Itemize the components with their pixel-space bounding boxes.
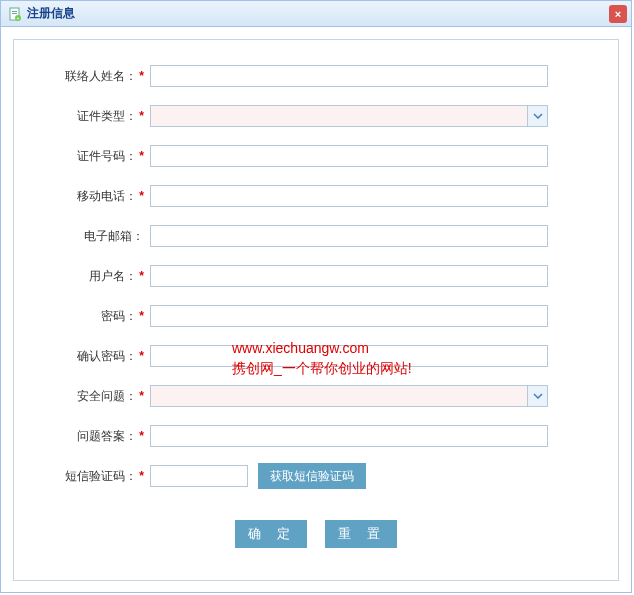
row-id-number: 证件号码： *	[34, 144, 598, 168]
label-id-number: 证件号码： *	[34, 148, 144, 165]
dialog-body: 联络人姓名： * 证件类型： *	[1, 27, 631, 593]
row-mobile: 移动电话： *	[34, 184, 598, 208]
label-password: 密码： *	[34, 308, 144, 325]
label-username: 用户名： *	[34, 268, 144, 285]
mobile-input[interactable]	[150, 185, 548, 207]
chevron-down-icon	[527, 386, 547, 406]
dialog-title: 注册信息	[27, 5, 75, 22]
required-mark: *	[139, 149, 144, 163]
id-number-input[interactable]	[150, 145, 548, 167]
required-mark: *	[139, 69, 144, 83]
required-mark: *	[139, 429, 144, 443]
row-email: 电子邮箱：	[34, 224, 598, 248]
ok-button[interactable]: 确 定	[235, 520, 307, 548]
row-security-question: 安全问题： *	[34, 384, 598, 408]
required-mark: *	[139, 269, 144, 283]
dialog-header: + 注册信息 ×	[1, 1, 631, 27]
label-contact-name: 联络人姓名： *	[34, 68, 144, 85]
row-id-type: 证件类型： *	[34, 104, 598, 128]
row-contact-name: 联络人姓名： *	[34, 64, 598, 88]
security-question-select[interactable]	[150, 385, 548, 407]
row-confirm-password: 确认密码： *	[34, 344, 598, 368]
email-input[interactable]	[150, 225, 548, 247]
contact-name-input[interactable]	[150, 65, 548, 87]
action-row: 确 定 重 置	[34, 520, 598, 548]
chevron-down-icon	[527, 106, 547, 126]
form-panel: 联络人姓名： * 证件类型： *	[13, 39, 619, 581]
required-mark: *	[139, 389, 144, 403]
label-confirm-password: 确认密码： *	[34, 348, 144, 365]
label-id-type: 证件类型： *	[34, 108, 144, 125]
answer-input[interactable]	[150, 425, 548, 447]
required-mark: *	[139, 469, 144, 483]
svg-text:+: +	[17, 15, 20, 21]
svg-rect-2	[12, 13, 17, 14]
username-input[interactable]	[150, 265, 548, 287]
row-username: 用户名： *	[34, 264, 598, 288]
label-sms-code: 短信验证码： *	[34, 468, 144, 485]
svg-rect-1	[12, 11, 17, 12]
password-input[interactable]	[150, 305, 548, 327]
label-email: 电子邮箱：	[34, 228, 144, 245]
row-sms-code: 短信验证码： * 获取短信验证码	[34, 464, 598, 488]
close-icon: ×	[615, 8, 621, 20]
label-security-question: 安全问题： *	[34, 388, 144, 405]
confirm-password-input[interactable]	[150, 345, 548, 367]
reset-button[interactable]: 重 置	[325, 520, 397, 548]
row-answer: 问题答案： *	[34, 424, 598, 448]
row-password: 密码： *	[34, 304, 598, 328]
document-icon: +	[7, 6, 23, 22]
label-mobile: 移动电话： *	[34, 188, 144, 205]
get-sms-code-button[interactable]: 获取短信验证码	[258, 463, 366, 489]
required-mark: *	[139, 309, 144, 323]
required-mark: *	[139, 349, 144, 363]
registration-dialog: + 注册信息 × 联络人姓名： * 证件类型： *	[0, 0, 632, 593]
required-mark: *	[139, 189, 144, 203]
sms-code-input[interactable]	[150, 465, 248, 487]
id-type-select[interactable]	[150, 105, 548, 127]
close-button[interactable]: ×	[609, 5, 627, 23]
label-answer: 问题答案： *	[34, 428, 144, 445]
required-mark: *	[139, 109, 144, 123]
